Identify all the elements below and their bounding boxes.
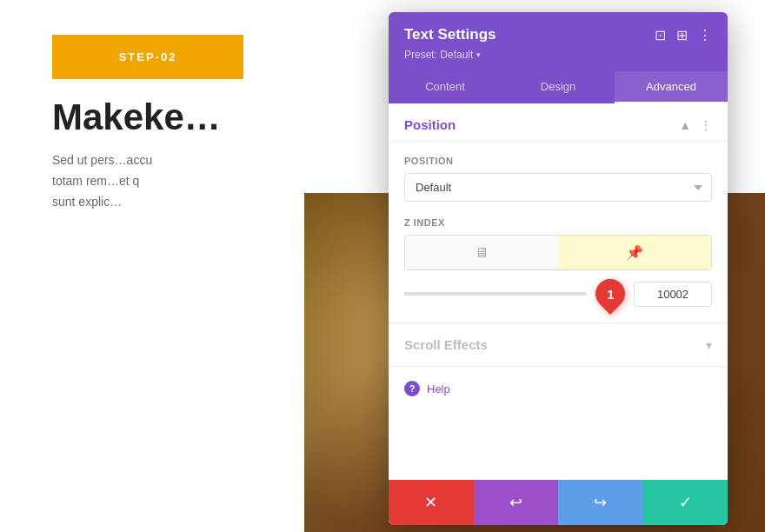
preset-arrow: ▾ <box>476 50 481 59</box>
tab-content[interactable]: Content <box>389 71 502 103</box>
cancel-button[interactable]: ✕ <box>389 480 474 525</box>
step-marker-label: 1 <box>607 287 614 302</box>
panel-header: Text Settings ⊡ ⊞ ⋮ Preset: Default ▾ <box>389 12 728 71</box>
columns-icon[interactable]: ⊞ <box>676 27 688 43</box>
pin-icon: 📌 <box>626 244 643 261</box>
position-select[interactable]: Default Relative Absolute Fixed Sticky <box>404 173 712 202</box>
position-field-label: Position <box>404 156 712 166</box>
redo-button[interactable]: ↪ <box>558 480 643 525</box>
position-section-header: Position ▲ ⋮ <box>389 103 728 142</box>
step-badge: STEP-02 <box>52 35 243 79</box>
collapse-icon[interactable]: ▲ <box>679 118 691 132</box>
settings-panel: Text Settings ⊡ ⊞ ⋮ Preset: Default ▾ Co… <box>389 12 728 525</box>
cancel-icon: ✕ <box>424 493 437 512</box>
section-more-icon[interactable]: ⋮ <box>700 118 712 132</box>
position-section-content: Position Default Relative Absolute Fixed… <box>389 142 728 323</box>
zindex-slider-track[interactable] <box>404 292 587 296</box>
tab-design[interactable]: Design <box>502 71 615 103</box>
save-button[interactable]: ✓ <box>643 480 728 525</box>
panel-title: Text Settings <box>404 26 496 43</box>
scroll-effects-section: Scroll Effects ▾ <box>389 323 728 366</box>
panel-actions: ✕ ↩ ↪ ✓ <box>389 480 728 525</box>
device-toggle: 🖥 📌 <box>404 235 712 270</box>
step-marker: 1 <box>589 273 631 315</box>
undo-icon: ↩ <box>509 493 522 512</box>
save-icon: ✓ <box>679 493 692 512</box>
panel-tabs: Content Design Advanced <box>389 71 728 103</box>
preset-selector[interactable]: Preset: Default ▾ <box>404 49 712 61</box>
expand-icon[interactable]: ⊡ <box>655 27 666 43</box>
desktop-btn[interactable]: 🖥 <box>405 236 558 269</box>
tablet-btn[interactable]: 📌 <box>558 236 711 269</box>
help-icon: ? <box>404 381 420 396</box>
scroll-section-title: Scroll Effects <box>404 337 488 352</box>
zindex-slider-row: 1 <box>404 279 712 309</box>
desktop-icon: 🖥 <box>475 245 489 261</box>
slider-fill <box>404 292 569 296</box>
help-row: ? Help <box>389 366 728 410</box>
scroll-chevron-icon: ▾ <box>706 338 712 352</box>
zindex-field-label: Z Index <box>404 217 712 228</box>
redo-icon: ↪ <box>594 493 607 512</box>
more-icon[interactable]: ⋮ <box>698 27 712 43</box>
tab-advanced[interactable]: Advanced <box>615 71 728 103</box>
position-section-title: Position <box>404 117 456 132</box>
undo-button[interactable]: ↩ <box>474 480 559 525</box>
scroll-section-header[interactable]: Scroll Effects ▾ <box>389 323 728 366</box>
panel-body: Position ▲ ⋮ Position Default Relative A… <box>389 103 728 480</box>
help-link[interactable]: Help <box>427 382 450 396</box>
zindex-input[interactable] <box>634 282 712 307</box>
